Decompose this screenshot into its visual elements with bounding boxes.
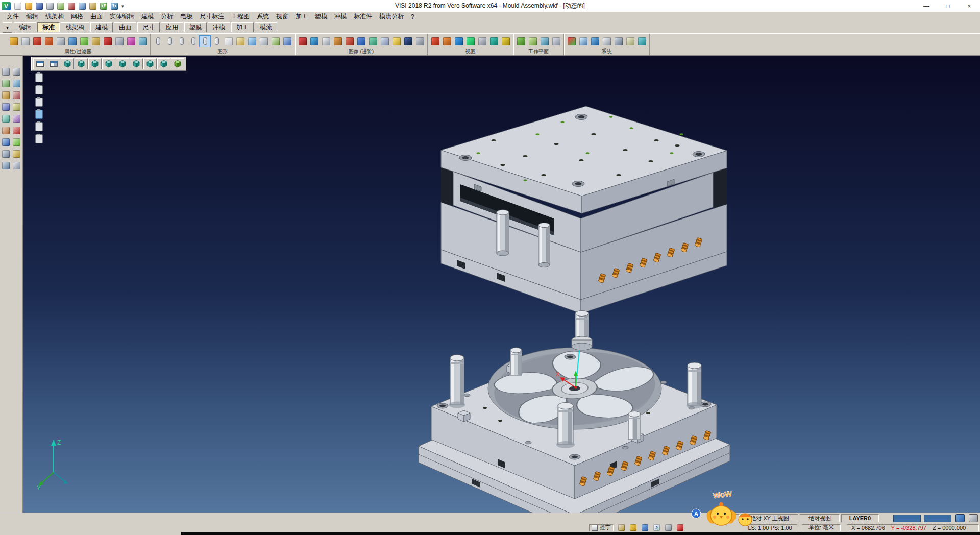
network-status-icon[interactable] (955, 514, 965, 522)
tab-item[interactable]: 加工 (231, 22, 254, 32)
tab-item[interactable]: 标准 (37, 22, 60, 32)
gear-status-icon[interactable] (664, 524, 673, 532)
notes-tool-icon[interactable] (11, 102, 22, 112)
delete-tool-icon[interactable] (11, 126, 22, 135)
monitor-icon[interactable] (577, 35, 589, 47)
cut-icon[interactable] (66, 2, 77, 11)
viewport-multi-icon[interactable] (47, 58, 60, 69)
plane-tool-icon[interactable] (1, 102, 11, 112)
clipboard-item-icon[interactable] (33, 72, 44, 83)
mirror-tool-icon[interactable] (1, 114, 11, 124)
clipboard-item-icon[interactable] (33, 121, 44, 132)
trim-tool-icon[interactable] (1, 126, 11, 135)
options-filter-icon[interactable] (137, 35, 149, 47)
tab-item[interactable]: 冲模 (208, 22, 230, 32)
menu-item[interactable]: 编辑 (22, 12, 42, 21)
view-dynamic-icon[interactable] (171, 58, 184, 69)
menu-item[interactable]: 塑模 (311, 12, 331, 21)
print-icon[interactable] (45, 2, 55, 11)
selection-filter-icon[interactable] (66, 35, 78, 47)
attributes-icon[interactable] (8, 35, 19, 47)
colors-icon[interactable] (566, 35, 577, 47)
menu-item[interactable]: 实体编辑 (106, 12, 138, 21)
move-tool-icon[interactable] (1, 79, 11, 88)
rotate-tool-icon[interactable] (11, 79, 22, 88)
iso-view-icon[interactable] (488, 35, 500, 47)
quick-access-caret-icon[interactable]: ▾ (119, 4, 126, 9)
workplane-xy-icon[interactable] (515, 35, 527, 47)
line-style-3-icon[interactable] (176, 35, 187, 47)
viewport[interactable]: X Z Y (23, 56, 980, 513)
layer-indicator[interactable]: LAYER0 (841, 514, 879, 522)
tab-item[interactable]: 曲面 (114, 22, 136, 32)
grid-blue-icon[interactable] (355, 35, 367, 47)
sheet-icon[interactable] (223, 35, 234, 47)
view-top-icon[interactable] (88, 58, 102, 69)
save-icon[interactable] (34, 2, 44, 11)
lighting-icon[interactable] (390, 35, 402, 47)
open-file-icon[interactable] (23, 2, 34, 11)
history-tool-icon[interactable] (11, 149, 22, 159)
tab-item[interactable]: 建模 (90, 22, 113, 32)
copy-icon[interactable] (77, 2, 87, 11)
filter-elements-icon[interactable] (55, 35, 66, 47)
view-front-icon[interactable] (102, 58, 115, 69)
tab-item[interactable]: 线架构 (61, 22, 89, 32)
absolute-view-indicator[interactable]: 绝对视图 (800, 514, 840, 522)
menu-item[interactable]: 文件 (3, 12, 22, 21)
layers-tool-icon[interactable] (1, 137, 11, 147)
plot-icon[interactable] (56, 2, 66, 11)
palette-icon[interactable] (125, 35, 137, 47)
upper-mold-half[interactable] (441, 106, 727, 313)
menu-item[interactable]: 视窗 (273, 12, 292, 21)
record-status-icon[interactable] (675, 524, 685, 532)
cylinder-icon[interactable] (258, 35, 270, 47)
grid-settings-icon[interactable] (612, 35, 624, 47)
info-filter-icon[interactable] (113, 35, 125, 47)
help-tool-icon[interactable] (1, 161, 11, 171)
lock-status-icon[interactable] (617, 524, 626, 532)
menu-item[interactable]: 电极 (177, 12, 196, 21)
render-sphere-icon[interactable] (320, 35, 332, 47)
menu-item[interactable]: 系统 (253, 12, 273, 21)
clipboard-item-icon[interactable] (33, 84, 44, 95)
select-tool-icon[interactable] (11, 67, 22, 77)
snap-toggle[interactable]: 拴宁 (589, 524, 614, 531)
menu-item[interactable]: 建模 (138, 12, 157, 21)
maximize-button[interactable]: □ (937, 1, 959, 12)
transparency-icon[interactable] (379, 35, 390, 47)
minimize-button[interactable]: — (916, 1, 937, 12)
tab-dropdown-icon[interactable]: ▾ (3, 22, 12, 33)
line-style-4-icon[interactable] (187, 35, 199, 47)
snap-tool-icon[interactable] (11, 137, 22, 147)
workplane-view-icon[interactable] (538, 35, 550, 47)
previous-view-icon[interactable] (476, 35, 488, 47)
globe-icon[interactable] (589, 35, 601, 47)
axis-3d-icon[interactable] (636, 35, 648, 47)
tab-item[interactable]: 塑膜 (184, 22, 207, 32)
shade-icon[interactable] (281, 35, 293, 47)
paste-icon[interactable] (88, 2, 98, 11)
line-style-2-icon[interactable] (164, 35, 176, 47)
menu-item[interactable]: 工程图 (228, 12, 253, 21)
view-back-icon[interactable] (143, 58, 157, 69)
zoom-all-icon[interactable] (429, 35, 441, 47)
calculator-icon[interactable] (624, 35, 636, 47)
exit-tool-icon[interactable] (11, 161, 22, 171)
offset-tool-icon[interactable] (11, 114, 22, 124)
counter-2-icon[interactable]: 2 (652, 524, 662, 532)
view-right-icon[interactable] (116, 58, 129, 69)
clipboard-item-icon[interactable] (33, 96, 44, 107)
measure-tool-icon[interactable] (11, 90, 22, 100)
swap-arrows-icon[interactable] (31, 35, 43, 47)
delete-filter-icon[interactable] (102, 35, 113, 47)
viewport-3d-scene[interactable]: X (23, 56, 980, 513)
menu-item[interactable]: ? (407, 13, 418, 20)
shaded-view-icon[interactable] (308, 35, 320, 47)
redo-icon[interactable]: ↻ (109, 2, 119, 11)
tab-item[interactable]: 模流 (255, 22, 277, 32)
session-status-icon[interactable] (969, 514, 978, 522)
background-icon[interactable] (402, 35, 414, 47)
texture-icon[interactable] (332, 35, 344, 47)
clipboard-item-icon[interactable] (33, 109, 44, 119)
